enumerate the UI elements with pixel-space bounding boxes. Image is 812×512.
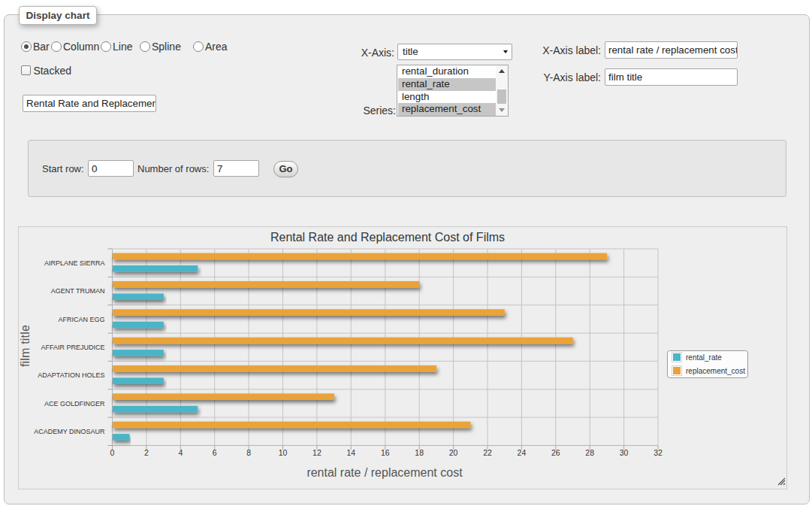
svg-text:AFFAIR PREJUDICE: AFFAIR PREJUDICE xyxy=(41,344,104,351)
svg-text:rental rate / replacement cost: rental rate / replacement cost xyxy=(306,466,463,479)
svg-text:replacement_cost: replacement_cost xyxy=(686,367,745,375)
svg-text:ACADEMY DINOSAUR: ACADEMY DINOSAUR xyxy=(34,428,105,435)
svg-text:30: 30 xyxy=(620,448,629,457)
svg-text:18: 18 xyxy=(415,448,424,457)
svg-text:10: 10 xyxy=(279,448,288,457)
svg-text:4: 4 xyxy=(178,448,183,457)
svg-text:8: 8 xyxy=(246,448,251,457)
svg-text:28: 28 xyxy=(585,448,594,457)
svg-text:6: 6 xyxy=(213,448,217,457)
svg-text:12: 12 xyxy=(312,448,321,457)
svg-text:22: 22 xyxy=(483,448,492,457)
svg-text:ADAPTATION HOLES: ADAPTATION HOLES xyxy=(38,371,104,379)
svg-text:32: 32 xyxy=(654,448,663,457)
svg-text:AGENT TRUMAN: AGENT TRUMAN xyxy=(51,287,105,295)
svg-text:film title: film title xyxy=(19,325,32,367)
svg-text:14: 14 xyxy=(346,448,355,457)
svg-text:AIRPLANE SIERRA: AIRPLANE SIERRA xyxy=(44,259,105,267)
svg-text:rental_rate: rental_rate xyxy=(686,353,722,362)
svg-text:0: 0 xyxy=(110,448,115,457)
svg-text:ACE GOLDFINGER: ACE GOLDFINGER xyxy=(44,400,105,407)
svg-text:2: 2 xyxy=(144,448,149,457)
svg-text:24: 24 xyxy=(518,448,527,457)
svg-text:16: 16 xyxy=(381,448,390,457)
svg-text:20: 20 xyxy=(449,448,458,457)
svg-text:Rental Rate and Replacement Co: Rental Rate and Replacement Cost of Film… xyxy=(270,231,505,244)
svg-text:AFRICAN EGG: AFRICAN EGG xyxy=(58,316,104,323)
svg-text:26: 26 xyxy=(551,448,560,457)
